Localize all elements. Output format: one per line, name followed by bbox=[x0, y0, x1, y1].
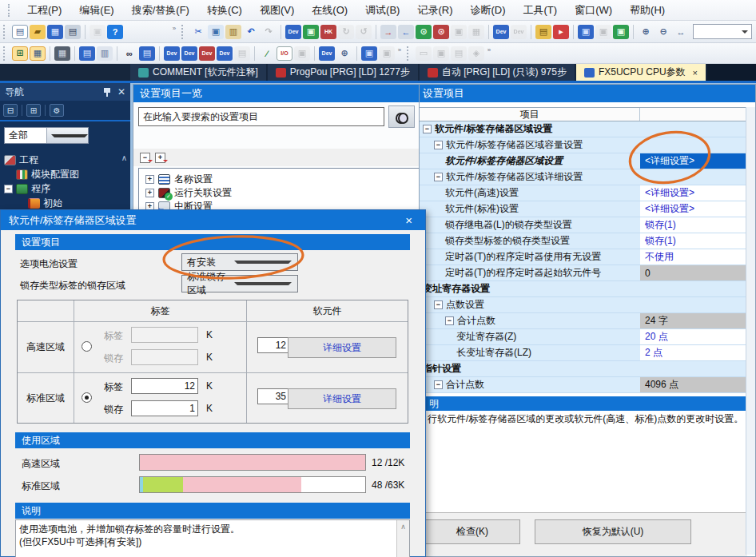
scroll-up-icon[interactable]: ∧ bbox=[400, 523, 406, 531]
nav-window-icon[interactable]: ⊞ bbox=[12, 46, 28, 61]
settings-row[interactable]: 软元件/标签存储器区域设置<详细设置> bbox=[420, 153, 747, 169]
nav-item-初始[interactable]: 初始 bbox=[28, 197, 62, 209]
settings-row[interactable]: −软元件/标签存储器区域详细设置 bbox=[420, 169, 747, 185]
search-button[interactable] bbox=[388, 105, 415, 128]
toolbar-overflow-icon[interactable]: » bbox=[396, 46, 404, 61]
monitor-b-icon[interactable]: ▦ bbox=[468, 25, 484, 39]
menu-item-12[interactable]: 帮助(H) bbox=[621, 0, 674, 21]
watch-start-icon[interactable]: ▣ bbox=[578, 25, 594, 39]
nav-expand-icon[interactable]: ⊞ bbox=[26, 104, 41, 117]
paste-special-icon[interactable]: ▣ bbox=[90, 25, 105, 39]
redo-icon[interactable]: ↷ bbox=[261, 25, 277, 39]
scroll-up-icon[interactable]: ∧ bbox=[121, 153, 127, 162]
menu-item-10[interactable]: 工具(T) bbox=[515, 0, 567, 21]
settings-row-value[interactable] bbox=[640, 169, 747, 185]
collapse-icon[interactable]: − bbox=[423, 125, 432, 133]
paste-icon[interactable]: ▥ bbox=[225, 25, 241, 39]
nav-collapse-icon[interactable]: ⊟ bbox=[3, 104, 18, 117]
close-icon[interactable]: ✕ bbox=[117, 86, 125, 97]
settings-row[interactable]: 指针设置 bbox=[420, 361, 747, 377]
check-button[interactable]: 检查(K) bbox=[424, 519, 520, 544]
comment-icon[interactable]: ▤ bbox=[535, 25, 551, 39]
collapse-icon[interactable]: − bbox=[434, 380, 443, 389]
toolbar-overflow-icon[interactable]: » bbox=[485, 46, 493, 61]
settings-row[interactable]: −软元件/标签存储器区域设置 bbox=[420, 121, 747, 137]
settings-row-value[interactable]: 2 点 bbox=[640, 345, 747, 361]
binoculars-icon[interactable]: ∞ bbox=[121, 46, 137, 61]
list-dim-icon[interactable]: ▤ bbox=[451, 46, 467, 61]
write-to-plc-icon[interactable]: → bbox=[380, 25, 396, 39]
settings-row[interactable]: −合计点数4096 点 bbox=[420, 377, 747, 393]
nav-item-模块配置图[interactable]: 模块配置图 bbox=[16, 168, 79, 181]
tab-close-icon[interactable]: × bbox=[693, 68, 698, 78]
settings-row[interactable]: 软元件(标准)设置<详细设置> bbox=[420, 201, 747, 217]
tab-1[interactable]: COMMENT [软元件注释] bbox=[130, 64, 266, 81]
settings-row-value[interactable] bbox=[640, 137, 747, 153]
device-grid-icon[interactable]: Dev bbox=[181, 46, 197, 61]
collapse-icon[interactable]: − bbox=[445, 316, 454, 325]
settings-row[interactable]: 长变址寄存器(LZ)2 点 bbox=[420, 345, 747, 361]
undo-icon[interactable]: ↶ bbox=[243, 25, 259, 39]
setting-tree-item-2[interactable]: +运行关联设置 bbox=[145, 186, 232, 199]
tab-3[interactable]: 自动 [PRG] [LD] (只读) 975步 bbox=[420, 64, 575, 81]
sync-write-icon[interactable]: ↺ bbox=[356, 25, 372, 39]
settings-row-value[interactable]: 锁存(1) bbox=[640, 217, 747, 233]
high-speed-detail-button[interactable]: 详细设置 bbox=[288, 337, 396, 358]
settings-row-value[interactable]: <详细设置> bbox=[640, 185, 747, 201]
settings-row[interactable]: 软元件(高速)设置<详细设置> bbox=[420, 185, 747, 201]
battery-setting-dropdown[interactable]: 有安装 bbox=[181, 253, 298, 271]
window-dim-icon[interactable]: ▣ bbox=[433, 46, 449, 61]
nav-settings-gear-icon[interactable]: ⚙ bbox=[50, 104, 64, 117]
device-monitor-icon[interactable]: Dev bbox=[493, 25, 509, 39]
settings-row[interactable]: −点数设置 bbox=[420, 297, 747, 313]
edit-declaration-icon[interactable]: ∕ bbox=[259, 46, 275, 61]
restore-default-button[interactable]: 恢复为默认(U) bbox=[535, 519, 691, 544]
zoom-out-icon[interactable]: ⊖ bbox=[655, 25, 671, 39]
form-dim-icon[interactable]: ▭ bbox=[416, 46, 432, 61]
menu-item-8[interactable]: 记录(R) bbox=[408, 0, 461, 21]
standard-latch-input[interactable] bbox=[131, 400, 198, 416]
high-speed-radio[interactable] bbox=[82, 341, 92, 352]
new-file-icon[interactable]: ▤ bbox=[12, 25, 28, 39]
device-search-icon[interactable]: ⊕ bbox=[336, 46, 352, 61]
cut-icon[interactable]: ✂ bbox=[190, 25, 206, 39]
collapse-icon[interactable]: − bbox=[434, 300, 443, 309]
copy-icon[interactable]: ▣ bbox=[208, 25, 224, 39]
standard-label-input[interactable] bbox=[131, 378, 198, 394]
settings-row[interactable]: −合计点数24 字 bbox=[420, 313, 747, 329]
menu-item-3[interactable]: 搜索/替换(F) bbox=[123, 0, 198, 21]
menu-item-7[interactable]: 调试(B) bbox=[356, 0, 408, 21]
collapse-icon[interactable]: − bbox=[434, 141, 443, 149]
read-from-plc-icon[interactable]: ← bbox=[398, 25, 414, 39]
tool-disabled-icon[interactable]: ▣ bbox=[294, 46, 310, 61]
latch-area-dropdown[interactable]: 标准锁存区域 bbox=[181, 275, 298, 292]
tab-2[interactable]: ProgPou [PRG] [LD] 1277步 bbox=[268, 64, 418, 81]
watch-stop-icon[interactable]: ▣ bbox=[595, 25, 611, 39]
unit-chip-icon[interactable]: ▦ bbox=[54, 46, 70, 61]
settings-row[interactable]: −软元件/标签存储器区域容量设置 bbox=[420, 137, 747, 153]
menu-item-1[interactable]: 工程(P) bbox=[18, 0, 70, 21]
device-b-icon[interactable]: Dev bbox=[217, 46, 233, 61]
standard-radio[interactable] bbox=[82, 392, 92, 403]
settings-row[interactable]: 定时器(T)的程序定时器起始软元件号0 bbox=[420, 265, 747, 281]
menu-item-4[interactable]: 转换(C) bbox=[198, 0, 251, 21]
dialog-title-bar[interactable]: 软元件/标签存储器区域设置 × bbox=[1, 210, 425, 230]
standard-detail-button[interactable]: 详细设置 bbox=[288, 388, 396, 409]
cross-dim-icon[interactable]: ◈ bbox=[468, 46, 484, 61]
module-config-icon[interactable]: ▦ bbox=[30, 46, 46, 61]
pin-icon[interactable] bbox=[103, 87, 111, 97]
settings-row[interactable]: 锁存类型标签的锁存类型设置锁存(1) bbox=[420, 233, 747, 249]
high-speed-device-input[interactable] bbox=[257, 337, 289, 353]
step-run-icon[interactable]: ▸ bbox=[553, 25, 569, 39]
description-scrollbar[interactable]: ∧ bbox=[396, 520, 409, 557]
settings-row[interactable]: 定时器(T)的程序定时器使用有无设置不使用 bbox=[420, 249, 747, 265]
nav-item-工程[interactable]: 工程 bbox=[4, 153, 38, 166]
menu-item-9[interactable]: 诊断(D) bbox=[461, 0, 514, 21]
settings-row-value[interactable] bbox=[640, 281, 747, 297]
menu-item-6[interactable]: 在线(O) bbox=[303, 0, 356, 21]
device-monitor-off-icon[interactable]: Dev bbox=[511, 25, 527, 39]
settings-row-value[interactable]: 0 bbox=[640, 265, 747, 281]
toolbar-overflow-icon[interactable]: » bbox=[170, 25, 178, 39]
settings-row-value[interactable] bbox=[640, 361, 747, 377]
menu-item-5[interactable]: 视图(V) bbox=[251, 0, 303, 21]
